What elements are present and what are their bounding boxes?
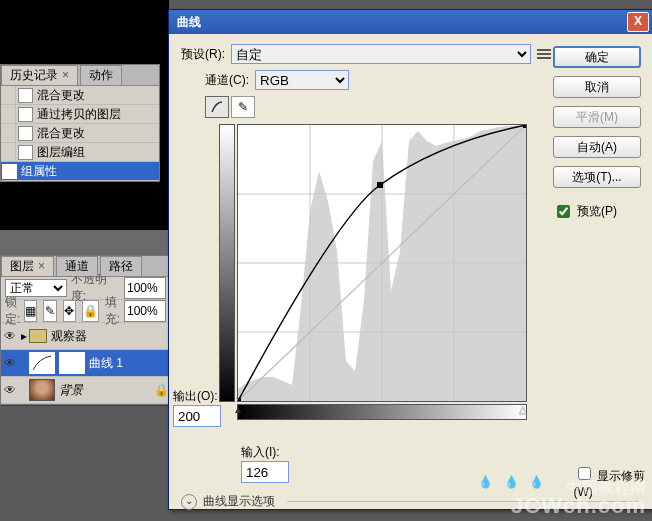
tab-paths[interactable]: 路径: [100, 256, 142, 276]
curves-grid[interactable]: [237, 124, 527, 402]
curve-point[interactable]: [523, 125, 526, 128]
curve-point-tool-button[interactable]: [205, 96, 229, 118]
history-item-label: 组属性: [21, 163, 57, 180]
curve-point[interactable]: [377, 182, 383, 188]
curves-dialog: 曲线 X 预设(R): 自定 通道(C): RGB ✎: [168, 9, 652, 510]
preview-checkbox-row[interactable]: 预览(P): [553, 202, 641, 221]
output-gradient: [219, 124, 235, 402]
history-item-label: 通过拷贝的图层: [37, 106, 121, 123]
layer-row[interactable]: 👁 背景 🔒: [1, 377, 170, 404]
lock-label: 锁定:: [5, 294, 20, 328]
input-input[interactable]: [241, 461, 289, 483]
curve-pencil-tool-button[interactable]: ✎: [231, 96, 255, 118]
layer-thumb: [29, 379, 55, 401]
history-item[interactable]: ▶组属性: [1, 162, 159, 181]
options-button[interactable]: 选项(T)...: [553, 166, 641, 188]
tab-actions[interactable]: 动作: [80, 65, 122, 85]
tab-layers[interactable]: 图层×: [1, 256, 54, 276]
cancel-button[interactable]: 取消: [553, 76, 641, 98]
input-gradient: [237, 404, 527, 420]
smooth-button: 平滑(M): [553, 106, 641, 128]
expand-chevron-icon[interactable]: ⌄: [181, 494, 197, 510]
step-icon: [18, 88, 33, 103]
dialog-button-column: 确定 取消 平滑(M) 自动(A) 选项(T)... 预览(P): [553, 46, 641, 221]
history-panel: 历史记录× 动作 混合更改 通过拷贝的图层 混合更改 图层编组 ▶组属性: [0, 64, 160, 182]
fill-input[interactable]: [124, 300, 166, 322]
dialog-titlebar[interactable]: 曲线 X: [169, 10, 652, 34]
preview-checkbox[interactable]: [557, 205, 570, 218]
channel-label: 通道(C):: [205, 72, 249, 89]
group-icon: [29, 329, 47, 343]
fill-label: 填充:: [105, 294, 120, 328]
step-icon: [18, 107, 33, 122]
step-icon: [18, 126, 33, 141]
white-eyedropper-icon[interactable]: 💧: [528, 472, 546, 492]
ok-button[interactable]: 确定: [553, 46, 641, 68]
mask-thumb: [59, 352, 85, 374]
panel-gap: [0, 230, 169, 255]
preset-menu-icon[interactable]: [537, 49, 551, 59]
layers-tabs: 图层× 通道 路径: [1, 256, 170, 277]
tab-actions-label: 动作: [89, 68, 113, 82]
history-item[interactable]: 混合更改: [1, 124, 159, 143]
curve-point[interactable]: [238, 398, 241, 401]
dialog-title: 曲线: [173, 14, 627, 31]
history-item[interactable]: 图层编组: [1, 143, 159, 162]
history-item-label: 图层编组: [37, 144, 85, 161]
visibility-icon[interactable]: 👁: [1, 329, 19, 343]
tab-channels[interactable]: 通道: [56, 256, 98, 276]
output-label: 输出(O):: [173, 388, 218, 405]
history-tabs: 历史记录× 动作: [1, 65, 159, 86]
history-item[interactable]: 混合更改: [1, 86, 159, 105]
tab-channels-label: 通道: [65, 259, 89, 273]
history-list: 混合更改 通过拷贝的图层 混合更改 图层编组 ▶组属性: [1, 86, 159, 181]
close-icon[interactable]: ×: [62, 68, 69, 82]
expand-label: 曲线显示选项: [203, 493, 275, 510]
lock-all-button[interactable]: 🔒: [82, 300, 99, 322]
visibility-icon[interactable]: 👁: [1, 356, 19, 370]
tab-history[interactable]: 历史记录×: [1, 65, 78, 85]
lock-transparent-button[interactable]: ▦: [24, 300, 37, 322]
preset-label: 预设(R):: [181, 46, 225, 63]
layer-row[interactable]: 👁 曲线 1: [1, 350, 170, 377]
close-button[interactable]: X: [627, 12, 649, 32]
watermark-text: JCWch.com: [511, 493, 646, 519]
history-item-label: 混合更改: [37, 125, 85, 142]
opacity-input[interactable]: [124, 277, 166, 299]
tab-paths-label: 路径: [109, 259, 133, 273]
layer-name: 曲线 1: [89, 355, 123, 372]
history-item-label: 混合更改: [37, 87, 85, 104]
close-icon[interactable]: ×: [38, 259, 45, 273]
layer-name: 观察器: [51, 328, 87, 345]
black-point-slider[interactable]: ▲: [233, 404, 243, 415]
preview-label: 预览(P): [577, 203, 617, 220]
visibility-icon[interactable]: 👁: [1, 383, 19, 397]
layer-row[interactable]: 👁 ▸ 观察器: [1, 323, 170, 350]
step-icon: [2, 164, 17, 179]
step-icon: [18, 145, 33, 160]
white-point-slider[interactable]: △: [519, 404, 527, 415]
layer-name: 背景: [59, 382, 83, 399]
lock-position-button[interactable]: ✥: [63, 300, 76, 322]
layers-panel: 图层× 通道 路径 正常 不透明度: 锁定: ▦ ✎ ✥ 🔒 填充: 👁 ▸ 观…: [0, 255, 171, 405]
gray-eyedropper-icon[interactable]: 💧: [503, 472, 521, 492]
adjustment-thumb: [29, 352, 55, 374]
expand-arrow-icon[interactable]: ▸: [19, 329, 29, 343]
input-label: 输入(I):: [241, 444, 280, 461]
preset-select[interactable]: 自定: [231, 44, 531, 64]
lock-pixels-button[interactable]: ✎: [43, 300, 56, 322]
layer-list: 👁 ▸ 观察器 👁 曲线 1 👁 背景 🔒: [1, 323, 170, 404]
history-item[interactable]: 通过拷贝的图层: [1, 105, 159, 124]
tab-layers-label: 图层: [10, 259, 34, 273]
channel-select[interactable]: RGB: [255, 70, 349, 90]
black-eyedropper-icon[interactable]: 💧: [477, 472, 495, 492]
auto-button[interactable]: 自动(A): [553, 136, 641, 158]
tab-history-label: 历史记录: [10, 68, 58, 82]
output-input[interactable]: [173, 405, 221, 427]
